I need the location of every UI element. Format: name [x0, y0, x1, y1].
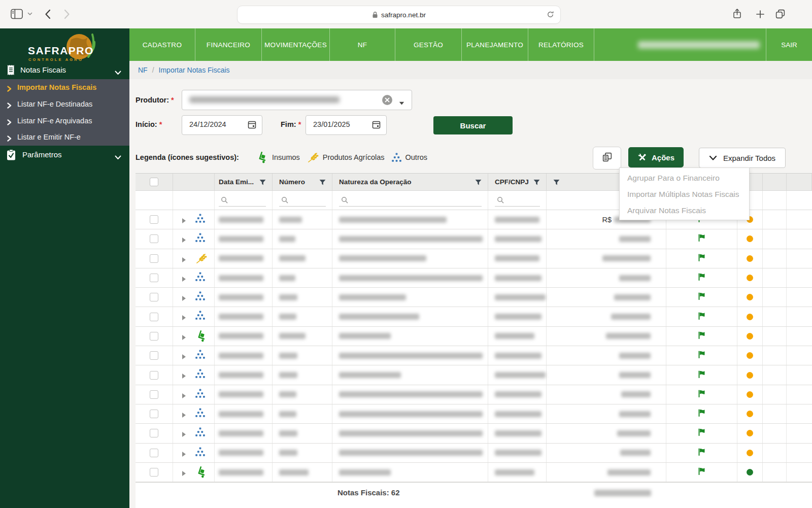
expand-row-icon[interactable] — [182, 294, 186, 303]
tab-overview-icon[interactable] — [775, 9, 786, 19]
column-search-input[interactable] — [339, 194, 482, 207]
caret-down-icon[interactable] — [399, 98, 404, 107]
filter-icon[interactable] — [259, 179, 266, 188]
row-checkbox[interactable] — [150, 313, 158, 321]
inicio-date-input[interactable]: 24/12/2024 — [182, 115, 262, 135]
new-tab-icon[interactable] — [756, 10, 765, 19]
redacted-text — [339, 450, 483, 456]
url-bar[interactable]: safrapro.net.br — [237, 6, 561, 24]
redacted-text — [495, 353, 542, 359]
actions-menu-item-arquivar-notas-fiscais[interactable]: Arquivar Notas Fiscais — [620, 202, 749, 219]
reload-icon[interactable] — [547, 11, 554, 20]
nav-item-planejamento[interactable]: PLANEJAMENTO — [462, 28, 528, 61]
sidebar-item-listar-e-emitir-nf-e[interactable]: Listar e Emitir NF-e — [0, 129, 129, 146]
expand-row-icon[interactable] — [182, 333, 186, 343]
row-checkbox[interactable] — [150, 429, 158, 437]
row-checkbox[interactable] — [150, 254, 158, 263]
back-icon[interactable] — [45, 9, 51, 19]
filter-icon[interactable] — [319, 179, 326, 188]
row-checkbox[interactable] — [150, 234, 158, 243]
expand-row-icon[interactable] — [182, 372, 186, 381]
nav-item-nf[interactable]: NF — [330, 28, 395, 61]
row-checkbox[interactable] — [150, 215, 158, 224]
row-checkbox[interactable] — [150, 449, 158, 457]
header-numero[interactable]: Número — [273, 174, 332, 190]
nav-item-sair[interactable]: SAIR — [766, 28, 812, 61]
column-search-input[interactable] — [219, 194, 266, 207]
status-dot-orange — [747, 294, 753, 300]
cell-data-emissao — [215, 346, 273, 365]
sidebar-group-notas-fiscais[interactable]: Notas Fiscais — [0, 61, 129, 79]
header-natureza[interactable]: Natureza da Operação — [332, 174, 488, 190]
toolbar-chevron-down-icon[interactable] — [27, 12, 32, 16]
cell-valor — [547, 288, 666, 307]
filter-empty-cell — [763, 191, 787, 210]
row-checkbox[interactable] — [150, 371, 158, 380]
expand-row-icon[interactable] — [182, 469, 186, 479]
sidebar-item-importar-notas-fiscais[interactable]: Importar Notas Fiscais — [0, 79, 129, 96]
clear-icon[interactable] — [382, 95, 392, 105]
sidebar-group-parametros[interactable]: Parâmetros — [0, 146, 129, 164]
header-cpf-cnpj[interactable]: CPF/CNPJ — [488, 174, 547, 190]
row-checkbox[interactable] — [150, 468, 158, 477]
row-checkbox[interactable] — [150, 410, 158, 418]
cell-extra — [763, 288, 787, 307]
share-icon[interactable] — [732, 8, 742, 20]
filter-natureza-cell — [332, 191, 488, 210]
redacted-text — [495, 294, 546, 300]
status-dot-orange — [747, 450, 753, 456]
sidebar-toggle-icon[interactable] — [10, 9, 23, 19]
tools-icon — [637, 153, 647, 162]
expand-row-icon[interactable] — [182, 256, 186, 265]
column-search-input[interactable] — [279, 194, 326, 207]
calendar-icon[interactable] — [372, 120, 381, 131]
buscar-button[interactable]: Buscar — [433, 116, 513, 134]
expand-row-icon[interactable] — [182, 314, 186, 323]
expand-row-icon[interactable] — [182, 411, 186, 420]
row-checkbox[interactable] — [150, 390, 158, 399]
breadcrumb-link-nf[interactable]: NF — [138, 66, 148, 74]
nav-item-movimentacoes[interactable]: MOVIMENTAÇÕES — [262, 28, 330, 61]
forward-icon[interactable] — [64, 9, 70, 19]
cell-cpf-cnpj — [488, 249, 547, 268]
expand-row-icon[interactable] — [182, 236, 186, 245]
expand-row-icon[interactable] — [182, 430, 186, 439]
cell-cpf-cnpj — [488, 210, 547, 229]
nav-item-financeiro[interactable]: FINANCEIRO — [195, 28, 262, 61]
filter-icon[interactable] — [553, 179, 560, 188]
row-checkbox[interactable] — [150, 274, 158, 282]
fim-date-input[interactable]: 23/01/2025 — [306, 115, 387, 135]
status-dot-orange — [747, 411, 753, 417]
flag-icon — [697, 370, 706, 381]
produtor-combobox[interactable] — [182, 90, 412, 110]
nav-item-gestao[interactable]: GESTÃO — [395, 28, 462, 61]
filter-icon[interactable] — [475, 179, 482, 188]
sidebar-item-listar-nf-e-destinadas[interactable]: Listar NF-e Destinadas — [0, 96, 129, 113]
row-checkbox[interactable] — [150, 293, 158, 301]
breadcrumb-current[interactable]: Importar Notas Fiscais — [159, 66, 230, 74]
expand-row-icon[interactable] — [182, 450, 186, 459]
actions-menu-item-importar-multiplas-notas-fiscais[interactable]: Importar Múltiplas Notas Fiscais — [620, 186, 749, 202]
expand-row-icon[interactable] — [182, 353, 186, 362]
row-checkbox[interactable] — [150, 351, 158, 360]
nav-item-cadastro[interactable]: CADASTRO — [129, 28, 195, 61]
column-search-input[interactable] — [495, 194, 540, 207]
nav-user-area[interactable] — [594, 28, 766, 61]
hand-truck-icon — [195, 330, 207, 344]
column-chooser-button[interactable] — [593, 147, 621, 170]
redacted-text — [279, 372, 297, 378]
expand-row-icon[interactable] — [182, 275, 186, 284]
expand-row-icon[interactable] — [182, 217, 186, 226]
cell-extra — [763, 463, 787, 482]
header-data-emissao[interactable]: Data Emi... — [215, 174, 273, 190]
filter-icon[interactable] — [533, 179, 540, 188]
acoes-button[interactable]: Ações — [628, 147, 684, 167]
actions-menu-item-agrupar-para-o-financeiro[interactable]: Agrupar Para o Financeiro — [620, 170, 749, 186]
expand-row-icon[interactable] — [182, 392, 186, 401]
row-checkbox[interactable] — [150, 332, 158, 341]
calendar-icon[interactable] — [248, 120, 256, 131]
nav-item-relatorios[interactable]: RELATÓRIOS — [528, 28, 594, 61]
sidebar-item-listar-nf-e-arquivadas[interactable]: Listar NF-e Arquivadas — [0, 113, 129, 129]
select-all-checkbox[interactable] — [150, 178, 158, 186]
expandir-todos-button[interactable]: Expandir Todos — [699, 148, 786, 168]
